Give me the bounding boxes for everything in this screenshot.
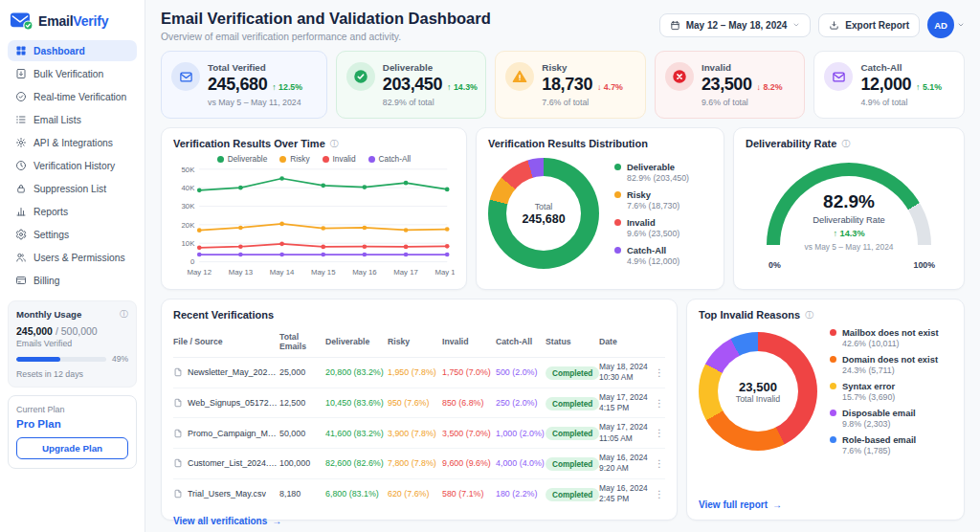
info-icon[interactable]: ⓘ xyxy=(120,310,128,319)
stat-delta: ↑ 5.1% xyxy=(916,82,942,92)
sidebar-item-billing[interactable]: Billing xyxy=(8,270,137,291)
info-icon[interactable]: ⓘ xyxy=(841,140,850,148)
legend-dot xyxy=(614,164,621,170)
table-row: Trial_Users_May.csv 8,180 6,800 (83.1%) … xyxy=(173,479,665,509)
legend-dot xyxy=(614,191,621,198)
stat-sub: 7.6% of total xyxy=(542,98,623,107)
gear-icon xyxy=(15,229,27,240)
top-invalid-reasons-card: Top Invalid Reasons ⓘ 23,500 Total Inval… xyxy=(686,299,965,521)
line-chart-legend: Deliverable Risky Invalid Catch-All xyxy=(173,154,455,164)
stat-delta: ↓ 8.2% xyxy=(757,82,783,92)
export-report-button[interactable]: Export Report xyxy=(818,13,920,37)
usage-numbers: 245,000 / 500,000 xyxy=(16,325,128,337)
status-badge: Completed xyxy=(546,488,599,501)
page-subtitle: Overview of email verification performan… xyxy=(161,32,491,42)
legend-item: Catch-All xyxy=(368,154,412,164)
cog-icon xyxy=(15,137,27,148)
sidebar-item-verification-history[interactable]: Verification History xyxy=(8,155,137,176)
view-full-report-link[interactable]: View full report→ xyxy=(699,492,782,510)
legend-dot xyxy=(830,436,836,443)
envelope-icon xyxy=(171,62,200,91)
gauge-compare: vs May 5 – May 11, 2024 xyxy=(761,242,937,252)
legend-item: Role-based email7.6% (1,785) xyxy=(830,434,939,455)
sidebar-item-realtime-verification[interactable]: Real-time Verification xyxy=(8,86,137,107)
current-plan-card: Current Plan Pro Plan Upgrade Plan xyxy=(8,395,137,469)
gauge-max-label: 100% xyxy=(914,260,936,270)
envelope-check-logo-icon xyxy=(10,11,33,31)
row-menu-icon[interactable]: ⋮ xyxy=(655,398,664,409)
stat-card-total-verified: Total Verified 245,680↑ 12.5% vs May 5 –… xyxy=(161,51,327,119)
svg-text:20K: 20K xyxy=(182,221,196,230)
upgrade-plan-button[interactable]: Upgrade Plan xyxy=(16,437,128,459)
view-all-verifications-link[interactable]: View all verifications→ xyxy=(173,508,281,526)
svg-text:May 17: May 17 xyxy=(393,268,417,277)
brand-logo[interactable]: EmailVerify xyxy=(8,10,137,40)
arrow-right-icon: → xyxy=(272,516,281,526)
users-icon xyxy=(15,252,27,263)
list-icon xyxy=(15,114,27,125)
legend-item: Risky xyxy=(279,154,309,164)
legend-item: Invalid xyxy=(323,154,356,164)
gauge-value: 82.9% xyxy=(761,191,937,212)
chart-title: Deliverability Rate xyxy=(746,138,836,149)
sidebar-item-label: Reports xyxy=(33,207,68,217)
table-row: Web_Signups_051724.csv 12,500 10,450 (83… xyxy=(173,388,665,419)
row-menu-icon[interactable]: ⋮ xyxy=(655,458,664,469)
stat-card-deliverable: Deliverable 203,450↑ 14.3% 82.9% of tota… xyxy=(336,51,487,119)
line-chart-card: Verification Results Over Time ⓘ Deliver… xyxy=(161,127,467,290)
stat-value: 12,000 xyxy=(860,75,911,95)
warning-triangle-icon xyxy=(505,62,534,91)
stat-sub: 9.6% of total xyxy=(702,98,783,107)
date-range-button[interactable]: May 12 – May 18, 2024 xyxy=(659,13,812,37)
sidebar-item-api-integrations[interactable]: API & Integrations xyxy=(8,132,137,153)
sidebar-item-label: Verification History xyxy=(33,161,115,171)
row-menu-icon[interactable]: ⋮ xyxy=(655,428,664,438)
stat-value: 203,450 xyxy=(383,75,442,95)
sidebar-item-settings[interactable]: Settings xyxy=(8,224,137,245)
sidebar-item-label: Email Lists xyxy=(33,115,81,125)
sidebar-item-reports[interactable]: Reports xyxy=(8,201,137,222)
info-icon[interactable]: ⓘ xyxy=(805,311,813,320)
stat-delta: ↑ 14.3% xyxy=(447,82,478,92)
gauge-delta: ↑ 14.3% xyxy=(761,229,937,238)
legend-item: Deliverable xyxy=(217,154,268,164)
sidebar-item-suppression-list[interactable]: Suppression List xyxy=(8,178,137,199)
clock-icon xyxy=(15,160,27,171)
svg-text:10K: 10K xyxy=(182,239,196,248)
info-icon[interactable]: ⓘ xyxy=(330,140,339,148)
sidebar-item-users-permissions[interactable]: Users & Permissions xyxy=(8,247,137,268)
sidebar: EmailVerify Dashboard Bulk Verification … xyxy=(0,0,145,532)
donut-center: 23,500 Total Invalid xyxy=(718,351,798,432)
table-row: Newsletter_May_2024.csv 25,000 20,800 (8… xyxy=(173,358,665,388)
sidebar-item-label: Users & Permissions xyxy=(33,253,125,263)
distribution-donut-chart: Total 245,680 xyxy=(488,158,599,269)
sidebar-item-dashboard[interactable]: Dashboard xyxy=(8,40,137,61)
stat-label: Catch-All xyxy=(860,62,942,73)
row-menu-icon[interactable]: ⋮ xyxy=(655,489,664,499)
sidebar-item-email-lists[interactable]: Email Lists xyxy=(8,109,137,130)
arrow-right-icon: → xyxy=(772,499,782,510)
invalid-reasons-legend: Mailbox does not exist42.6% (10,011) Dom… xyxy=(830,327,939,455)
stat-label: Invalid xyxy=(702,62,783,73)
sidebar-item-label: Bulk Verification xyxy=(33,69,103,79)
sidebar-item-label: Dashboard xyxy=(33,46,85,56)
user-menu[interactable]: AD xyxy=(927,11,965,38)
legend-dot xyxy=(830,383,836,389)
stat-cards-row: Total Verified 245,680↑ 12.5% vs May 5 –… xyxy=(161,51,965,119)
gauge-chart: 82.9% Deliverability Rate ↑ 14.3% vs May… xyxy=(761,155,937,272)
status-badge: Completed xyxy=(546,397,599,410)
svg-text:May 13: May 13 xyxy=(229,268,253,277)
stat-label: Total Verified xyxy=(208,62,302,73)
stat-sub: vs May 5 – May 11, 2024 xyxy=(208,98,302,107)
plan-name: Pro Plan xyxy=(16,418,128,430)
file-icon xyxy=(173,367,183,377)
file-icon xyxy=(173,489,183,499)
row-menu-icon[interactable]: ⋮ xyxy=(655,367,664,378)
donut-center: Total 245,680 xyxy=(506,176,581,251)
svg-text:May 14: May 14 xyxy=(270,268,295,277)
stat-delta: ↓ 4.7% xyxy=(597,82,623,92)
x-circle-icon xyxy=(665,62,694,91)
bottom-row: Recent Verifications File / SourceTotal … xyxy=(161,299,965,521)
legend-item: Disposable email9.8% (2,303) xyxy=(830,408,939,429)
sidebar-item-bulk-verification[interactable]: Bulk Verification xyxy=(8,63,137,84)
